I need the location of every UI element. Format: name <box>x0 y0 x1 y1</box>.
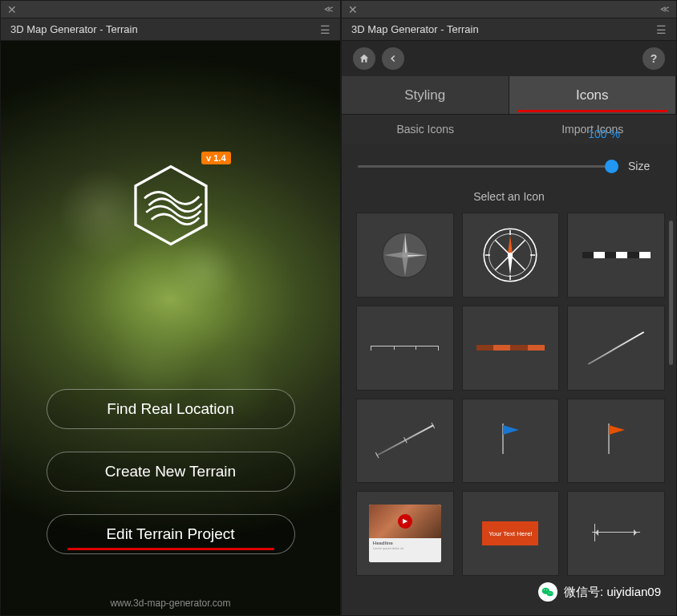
create-terrain-button[interactable]: Create New Terrain <box>47 452 295 492</box>
icon-compass-clock[interactable] <box>462 213 560 298</box>
collapse-icon[interactable]: ≪ <box>660 4 670 14</box>
hexagon-logo-icon <box>127 161 215 249</box>
wechat-icon <box>538 582 557 602</box>
button-label: Create New Terrain <box>105 463 236 480</box>
tab-icons[interactable]: Icons <box>509 76 677 115</box>
icon-scale-diagonal[interactable] <box>567 306 665 391</box>
footer-link[interactable]: www.3d-map-generator.com <box>110 598 230 609</box>
size-slider[interactable] <box>358 165 618 168</box>
icon-flag-orange[interactable] <box>567 399 665 484</box>
subtab-basic-icons[interactable]: Basic Icons <box>342 115 509 144</box>
text-card-icon: Your Text Here! <box>482 521 538 545</box>
panel-title: 3D Map Generator - Terrain <box>351 23 479 35</box>
size-slider-row: 100 % Size <box>342 144 676 176</box>
icon-arrow-axes[interactable] <box>567 491 665 576</box>
left-panel: ✕ ≪ 3D Map Generator - Terrain ☰ v 1.4 F… <box>0 0 341 616</box>
scale-thin-icon <box>371 346 439 351</box>
navigation-row: ? <box>342 41 676 76</box>
icon-scale-thin[interactable] <box>356 306 454 391</box>
svg-point-21 <box>547 591 553 597</box>
icon-compass-rose[interactable] <box>356 213 454 298</box>
terrain-background: v 1.4 Find Real Location Create New Terr… <box>1 41 340 615</box>
main-tabs: Styling Icons <box>342 76 676 115</box>
watermark: 微信号: uiyidian09 <box>538 582 661 602</box>
scrollbar[interactable] <box>669 221 673 365</box>
icon-scale-orange[interactable] <box>462 306 560 391</box>
icon-grid-scroll[interactable]: ▶ HeadlineLorem ipsum dolor sit Your Tex… <box>342 213 676 615</box>
diagonal-scale-icon <box>588 331 644 365</box>
close-icon[interactable]: ✕ <box>7 3 17 16</box>
svg-marker-0 <box>136 167 206 245</box>
tab-styling[interactable]: Styling <box>342 76 509 115</box>
menu-icon[interactable]: ☰ <box>320 23 330 36</box>
menu-icon[interactable]: ☰ <box>656 23 667 36</box>
nav-buttons <box>353 47 404 70</box>
scale-orange-icon <box>476 345 545 351</box>
help-icon: ? <box>651 52 658 65</box>
svg-point-22 <box>544 590 545 590</box>
subtab-label: Basic Icons <box>396 123 454 136</box>
select-icon-label: Select an Icon <box>342 190 676 203</box>
panel-tab-bar: ✕ ≪ <box>342 1 676 18</box>
right-panel: ✕ ≪ 3D Map Generator - Terrain ☰ ? Styli… <box>341 0 677 616</box>
home-icon <box>359 53 370 64</box>
panel-tab-bar: ✕ ≪ <box>1 1 340 18</box>
icon-text-card[interactable]: Your Text Here! <box>462 491 560 576</box>
slider-value: 100 % <box>588 128 620 140</box>
version-badge: v 1.4 <box>201 152 230 164</box>
collapse-icon[interactable]: ≪ <box>324 4 334 14</box>
back-button[interactable] <box>382 47 404 70</box>
svg-point-24 <box>549 593 549 594</box>
icon-flag-blue[interactable] <box>462 399 560 484</box>
slider-thumb[interactable] <box>605 160 618 173</box>
icon-scale-bw[interactable] <box>567 213 665 298</box>
highlight-underline <box>517 110 668 112</box>
svg-point-17 <box>508 253 513 257</box>
flag-orange-icon <box>604 422 628 459</box>
compass-rose-icon <box>377 227 433 283</box>
home-button[interactable] <box>353 47 375 70</box>
help-button[interactable]: ? <box>643 47 665 70</box>
button-label: Find Real Location <box>107 400 233 418</box>
title-bar: 3D Map Generator - Terrain ☰ <box>1 18 340 41</box>
icon-scale-diagonal-2[interactable] <box>356 399 454 484</box>
highlight-underline <box>67 548 274 550</box>
svg-point-6 <box>402 252 407 257</box>
edit-terrain-button[interactable]: Edit Terrain Project <box>47 514 295 554</box>
find-location-button[interactable]: Find Real Location <box>47 389 295 429</box>
back-arrow-icon <box>387 53 399 64</box>
svg-marker-14 <box>508 255 513 275</box>
panel-title: 3D Map Generator - Terrain <box>10 23 138 35</box>
title-bar: 3D Map Generator - Terrain ☰ <box>342 18 676 41</box>
logo: v 1.4 <box>127 161 215 253</box>
video-card-icon: ▶ HeadlineLorem ipsum dolor sit <box>369 505 441 562</box>
sub-tabs: Basic Icons Import Icons <box>342 115 676 144</box>
icon-video-card[interactable]: ▶ HeadlineLorem ipsum dolor sit <box>356 491 454 576</box>
scale-bar-icon <box>582 252 651 258</box>
svg-point-23 <box>546 590 547 590</box>
main-menu-buttons: Find Real Location Create New Terrain Ed… <box>47 389 295 554</box>
tab-label: Icons <box>576 87 609 103</box>
text-card-label: Your Text Here! <box>488 530 533 537</box>
diagonal-scale-2-icon <box>376 425 434 456</box>
close-icon[interactable]: ✕ <box>348 3 358 16</box>
tab-label: Styling <box>404 87 445 103</box>
arrow-axes-icon <box>588 517 644 549</box>
icon-grid: ▶ HeadlineLorem ipsum dolor sit Your Tex… <box>356 213 665 576</box>
compass-clock-icon <box>479 224 541 286</box>
flag-blue-icon <box>498 422 522 459</box>
slider-label: Size <box>628 160 660 172</box>
svg-point-25 <box>551 593 552 594</box>
watermark-text: 微信号: uiyidian09 <box>564 585 661 600</box>
button-label: Edit Terrain Project <box>106 525 234 543</box>
svg-marker-13 <box>508 235 513 255</box>
